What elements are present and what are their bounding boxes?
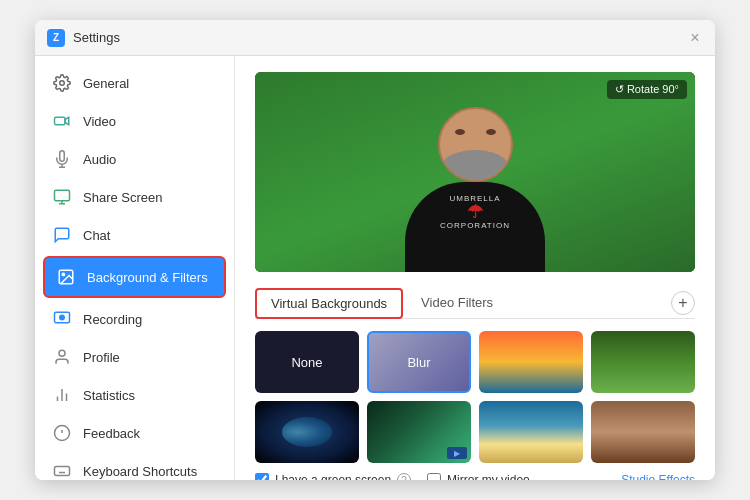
sidebar-label-chat: Chat [83, 228, 110, 243]
sidebar-item-share-screen[interactable]: Share Screen [35, 178, 234, 216]
background-aurora[interactable]: ▶ [367, 401, 471, 463]
studio-effects-button[interactable]: Studio Effects [621, 473, 695, 480]
tab-virtual-backgrounds[interactable]: Virtual Backgrounds [255, 288, 403, 319]
profile-icon [51, 346, 73, 368]
sidebar-item-profile[interactable]: Profile [35, 338, 234, 376]
sidebar-label-audio: Audio [83, 152, 116, 167]
mirror-video-checkbox[interactable] [427, 473, 441, 480]
svg-point-0 [60, 81, 65, 86]
mirror-label: Mirror my video [447, 473, 530, 480]
sidebar-item-general[interactable]: General [35, 64, 234, 102]
background-space[interactable] [255, 401, 359, 463]
background-room[interactable] [591, 401, 695, 463]
add-background-button[interactable]: + [671, 291, 695, 315]
svg-rect-2 [55, 190, 70, 201]
video-preview: UMBRELLA ☂ CORPORATION ↺ Rotate 90° [255, 72, 695, 272]
bg-blur-label: Blur [407, 355, 430, 370]
titlebar: Z Settings × [35, 20, 715, 56]
statistics-icon [51, 384, 73, 406]
app-icon: Z [47, 29, 65, 47]
keyboard-icon [51, 460, 73, 480]
sidebar-label-keyboard-shortcuts: Keyboard Shortcuts [83, 464, 197, 479]
background-beach[interactable] [479, 401, 583, 463]
titlebar-left: Z Settings [47, 29, 120, 47]
green-screen-label: I have a green screen [275, 473, 391, 480]
tabs-row: Virtual Backgrounds Video Filters + [255, 288, 695, 319]
background-none[interactable]: None [255, 331, 359, 393]
sidebar-label-statistics: Statistics [83, 388, 135, 403]
bg-none-label: None [291, 355, 322, 370]
svg-point-6 [60, 315, 65, 320]
sidebar-item-background-filters[interactable]: Background & Filters [43, 256, 226, 298]
info-icon[interactable]: ? [397, 473, 411, 480]
svg-point-4 [62, 273, 64, 275]
sidebar-item-video[interactable]: Video [35, 102, 234, 140]
sidebar-item-recording[interactable]: Recording [35, 300, 234, 338]
chat-icon [51, 224, 73, 246]
background-nature[interactable] [591, 331, 695, 393]
content-area: General Video [35, 56, 715, 480]
sidebar-label-general: General [83, 76, 129, 91]
bottom-bar: I have a green screen ? Mirror my video … [255, 463, 695, 480]
sidebar-label-feedback: Feedback [83, 426, 140, 441]
sidebar-label-video: Video [83, 114, 116, 129]
sidebar-label-background-filters: Background & Filters [87, 270, 208, 285]
background-golden-gate[interactable] [479, 331, 583, 393]
background-grid: None Blur ▶ [255, 331, 695, 463]
green-screen-checkbox[interactable] [255, 473, 269, 480]
audio-icon [51, 148, 73, 170]
sidebar-item-keyboard-shortcuts[interactable]: Keyboard Shortcuts [35, 452, 234, 480]
close-button[interactable]: × [687, 30, 703, 46]
svg-rect-1 [55, 117, 66, 125]
background-icon [55, 266, 77, 288]
green-screen-option[interactable]: I have a green screen ? [255, 473, 411, 480]
video-icon [51, 110, 73, 132]
feedback-icon [51, 422, 73, 444]
background-blur[interactable]: Blur [367, 331, 471, 393]
video-feed: UMBRELLA ☂ CORPORATION [255, 72, 695, 272]
rotate-button[interactable]: ↺ Rotate 90° [607, 80, 687, 99]
mirror-video-option[interactable]: Mirror my video [427, 473, 530, 480]
sidebar-item-audio[interactable]: Audio [35, 140, 234, 178]
share-screen-icon [51, 186, 73, 208]
sidebar-label-recording: Recording [83, 312, 142, 327]
sidebar: General Video [35, 56, 235, 480]
gear-icon [51, 72, 73, 94]
tab-video-filters[interactable]: Video Filters [407, 289, 507, 318]
sidebar-label-share-screen: Share Screen [83, 190, 163, 205]
sidebar-item-chat[interactable]: Chat [35, 216, 234, 254]
recording-icon [51, 308, 73, 330]
sidebar-item-feedback[interactable]: Feedback [35, 414, 234, 452]
sidebar-item-statistics[interactable]: Statistics [35, 376, 234, 414]
settings-window: Z Settings × General [35, 20, 715, 480]
svg-point-7 [59, 350, 65, 356]
window-title: Settings [73, 30, 120, 45]
sidebar-label-profile: Profile [83, 350, 120, 365]
main-panel: UMBRELLA ☂ CORPORATION ↺ Rotate 90° Virt… [235, 56, 715, 480]
svg-rect-12 [55, 467, 70, 476]
